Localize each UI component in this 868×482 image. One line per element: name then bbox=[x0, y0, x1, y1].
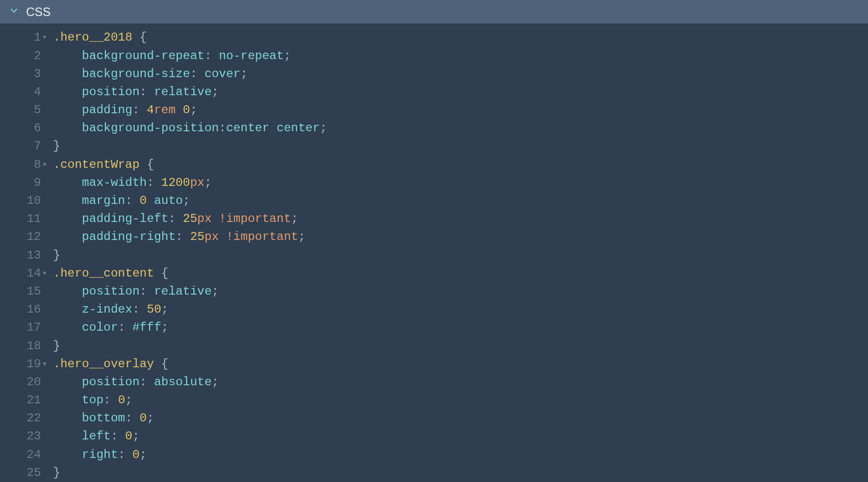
token: ; bbox=[284, 49, 291, 63]
token: ; bbox=[183, 194, 190, 207]
code-line[interactable]: z-index: 50; bbox=[53, 301, 868, 319]
code-line[interactable]: .hero__2018 { bbox=[53, 29, 868, 47]
token: center bbox=[277, 121, 320, 135]
token: : bbox=[140, 375, 154, 389]
token bbox=[53, 230, 82, 244]
code-line[interactable]: } bbox=[53, 464, 868, 482]
code-line[interactable]: background-size: cover; bbox=[53, 65, 868, 83]
section-header[interactable]: CSS bbox=[0, 0, 868, 24]
token: cover bbox=[204, 67, 240, 81]
token: .contentWrap bbox=[53, 158, 147, 171]
token: ; bbox=[212, 375, 219, 389]
token: ; bbox=[212, 285, 219, 298]
token bbox=[269, 121, 276, 135]
code-line[interactable]: } bbox=[53, 337, 868, 355]
token: : bbox=[190, 67, 205, 81]
fold-icon[interactable]: ▼ bbox=[41, 265, 48, 283]
code-line[interactable]: background-repeat: no-repeat; bbox=[53, 47, 868, 65]
token: 25 bbox=[190, 230, 205, 244]
code-line[interactable]: padding-right: 25px !important; bbox=[53, 228, 868, 246]
token: 0 bbox=[140, 411, 147, 425]
token: : bbox=[140, 285, 154, 298]
fold-icon[interactable]: ▼ bbox=[41, 156, 48, 174]
token: position bbox=[82, 375, 140, 389]
token: } bbox=[53, 339, 60, 353]
code-line[interactable]: margin: 0 auto; bbox=[53, 192, 868, 210]
code-line[interactable]: padding: 4rem 0; bbox=[53, 101, 868, 119]
token: ; bbox=[212, 85, 219, 99]
code-line[interactable]: background-position:center center; bbox=[53, 119, 868, 137]
token: .hero__2018 bbox=[53, 31, 140, 44]
token: : bbox=[219, 121, 226, 135]
code-area[interactable]: 1▼2 3 4 5 6 7 8▼9 10 11 12 13 14▼15 16 1… bbox=[0, 24, 868, 482]
line-number: 7 bbox=[0, 137, 48, 155]
token: ; bbox=[161, 303, 168, 316]
code-line[interactable]: position: absolute; bbox=[53, 373, 868, 391]
token: : bbox=[168, 212, 183, 225]
token: : bbox=[204, 49, 219, 63]
fold-icon[interactable]: ▼ bbox=[41, 29, 48, 47]
code-line[interactable]: .hero__overlay { bbox=[53, 355, 868, 373]
code-line[interactable]: position: relative; bbox=[53, 283, 868, 301]
token bbox=[53, 103, 82, 117]
token: : bbox=[118, 448, 133, 461]
code-line[interactable]: position: relative; bbox=[53, 83, 868, 101]
token: rem bbox=[154, 103, 176, 117]
code-editor: CSS 1▼2 3 4 5 6 7 8▼9 10 11 12 13 14▼15 … bbox=[0, 0, 868, 482]
token: : bbox=[132, 103, 147, 117]
token: : bbox=[140, 85, 154, 99]
line-number: 22 bbox=[0, 409, 48, 427]
token: px bbox=[190, 176, 205, 189]
code-line[interactable]: } bbox=[53, 247, 868, 265]
code-content[interactable]: .hero__2018 { background-repeat: no-repe… bbox=[51, 29, 868, 482]
token: relative bbox=[154, 85, 212, 99]
code-line[interactable]: bottom: 0; bbox=[53, 409, 868, 427]
code-line[interactable]: padding-left: 25px !important; bbox=[53, 210, 868, 228]
token: padding-left bbox=[82, 212, 169, 225]
token: no-repeat bbox=[219, 49, 284, 63]
token bbox=[176, 103, 183, 117]
token: ; bbox=[320, 121, 327, 135]
token: { bbox=[140, 31, 147, 44]
line-number: 24 bbox=[0, 446, 48, 464]
code-line[interactable]: left: 0; bbox=[53, 427, 868, 445]
line-number: 20 bbox=[0, 373, 48, 391]
code-line[interactable]: color: #fff; bbox=[53, 319, 868, 337]
token bbox=[53, 411, 82, 425]
token: position bbox=[82, 85, 140, 99]
token bbox=[219, 230, 226, 244]
line-number: 23 bbox=[0, 427, 48, 445]
line-number: 1▼ bbox=[0, 29, 48, 47]
token: position bbox=[82, 285, 140, 298]
token: margin bbox=[82, 194, 125, 207]
token: center bbox=[226, 121, 269, 135]
token: background-repeat bbox=[82, 49, 205, 63]
token bbox=[53, 375, 82, 389]
code-line[interactable]: .hero__content { bbox=[53, 265, 868, 283]
line-number-gutter: 1▼2 3 4 5 6 7 8▼9 10 11 12 13 14▼15 16 1… bbox=[0, 29, 51, 482]
fold-icon[interactable]: ▼ bbox=[41, 355, 48, 373]
line-number: 6 bbox=[0, 119, 48, 137]
token: { bbox=[161, 357, 168, 371]
token: z-index bbox=[82, 303, 133, 316]
token bbox=[147, 194, 154, 207]
token: : bbox=[147, 176, 161, 189]
token: bottom bbox=[82, 411, 125, 425]
code-line[interactable]: max-width: 1200px; bbox=[53, 174, 868, 192]
section-title: CSS bbox=[26, 5, 51, 19]
code-line[interactable]: right: 0; bbox=[53, 446, 868, 464]
token: : bbox=[176, 230, 190, 244]
token bbox=[53, 393, 82, 407]
chevron-down-icon[interactable] bbox=[10, 7, 18, 17]
token: !important bbox=[219, 212, 291, 225]
code-line[interactable]: top: 0; bbox=[53, 391, 868, 409]
token bbox=[53, 67, 82, 81]
line-number: 10 bbox=[0, 192, 48, 210]
token: padding-right bbox=[82, 230, 176, 244]
token: : bbox=[118, 321, 133, 334]
token: absolute bbox=[154, 375, 212, 389]
code-line[interactable]: .contentWrap { bbox=[53, 156, 868, 174]
token: : bbox=[125, 194, 140, 207]
code-line[interactable]: } bbox=[53, 137, 868, 155]
line-number: 11 bbox=[0, 210, 48, 228]
